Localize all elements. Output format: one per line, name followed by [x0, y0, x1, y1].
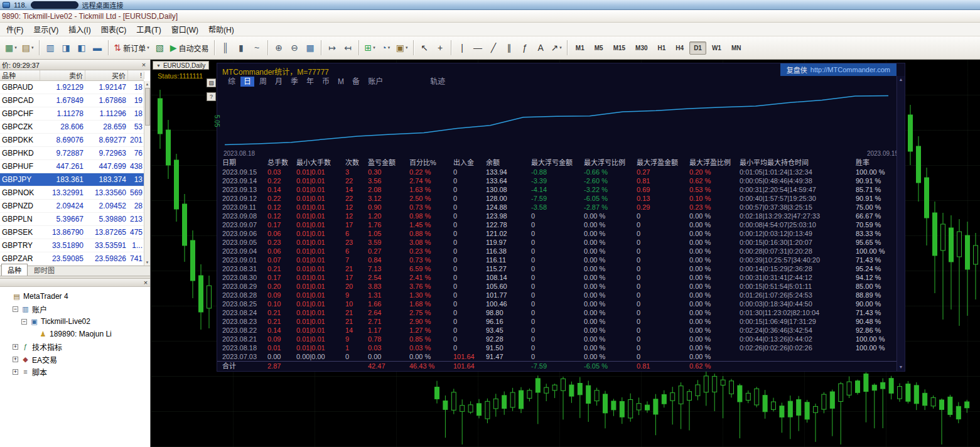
panel-scrollbar[interactable]: ▲ ▼ — [897, 76, 905, 371]
tree-collapse-icon[interactable]: − — [13, 306, 18, 312]
market-watch-close-icon[interactable]: × — [139, 61, 148, 68]
timeframe-m15-button[interactable]: M15 — [609, 41, 630, 55]
menu-item-5[interactable]: 窗口(W) — [166, 23, 203, 36]
zoom-out-button[interactable]: ⊖ — [287, 40, 303, 57]
panel-scroll-up-icon[interactable]: ▲ — [899, 76, 903, 83]
fibonacci-button[interactable]: ƒ — [517, 40, 533, 57]
horizontal-line-button[interactable]: — — [470, 40, 486, 57]
navigator-item[interactable]: ♟189890: Maojun Li — [0, 328, 150, 340]
timeframe-d1-button[interactable]: D1 — [689, 41, 706, 55]
navigator-item[interactable]: −▣Tickmill-Live02 — [0, 315, 150, 328]
tree-expand-icon[interactable]: + — [13, 357, 18, 362]
market-watch-row[interactable]: GBPNOK13.3299113.33560569 — [0, 186, 144, 200]
indicators-button[interactable]: ⊞▾ — [362, 40, 378, 57]
channel-button[interactable]: ∥ — [502, 40, 517, 57]
market-watch-column-2[interactable]: 买价 — [85, 70, 128, 80]
auto-scroll-button[interactable]: ↦ — [325, 40, 340, 57]
menu-item-2[interactable]: 插入(I) — [63, 23, 95, 36]
market-watch-column-0[interactable]: 品种 — [0, 70, 40, 80]
timeframe-mn-button[interactable]: MN — [727, 41, 746, 55]
tree-expand-icon[interactable]: + — [13, 344, 18, 350]
periods-button[interactable]: ◔▾ — [378, 40, 394, 57]
mtc-tab-4[interactable]: 季 — [288, 77, 301, 87]
mtc-tab-9[interactable]: 账户 — [365, 77, 386, 87]
terminal-toggle[interactable]: ▬ — [90, 40, 105, 57]
navigator-item[interactable]: +≡脚本 — [0, 365, 150, 378]
market-watch-tab-0[interactable]: 品种 — [1, 264, 28, 276]
market-watch-row[interactable]: GBPAUD1.921291.9214718 — [0, 81, 144, 94]
market-watch-row[interactable]: GBPDKK8.690768.69277201 — [0, 134, 144, 147]
auto-trading-button[interactable]: ▶自动交易 — [168, 40, 212, 57]
crosshair-button[interactable]: + — [433, 40, 448, 57]
market-watch-row[interactable]: GBPCHF1.112781.1129618 — [0, 107, 144, 121]
scroll-up-icon[interactable]: ▲ — [146, 81, 149, 87]
tile-windows-button[interactable]: ▦ — [303, 40, 318, 57]
data-window-toggle[interactable]: ◨ — [58, 40, 74, 57]
market-watch-row[interactable]: GBPJPY183.361183.37413 — [0, 173, 144, 186]
menu-item-0[interactable]: 件(F) — [1, 23, 28, 36]
mtc-tab-6[interactable]: 币 — [319, 77, 333, 87]
mtc-tab-10[interactable]: 轨迹 — [427, 77, 448, 87]
cursor-button[interactable]: ↖ — [417, 40, 433, 57]
menu-item-1[interactable]: 显示(V) — [28, 23, 63, 36]
timeframe-w1-button[interactable]: W1 — [708, 41, 726, 55]
navigator-item[interactable]: +ƒ技术指标 — [0, 340, 150, 353]
bar-chart-type-button[interactable]: ║ — [218, 40, 234, 57]
candlestick-type-button[interactable]: ▮ — [234, 40, 249, 57]
scroll-down-icon[interactable]: ▼ — [146, 259, 149, 266]
chart-area[interactable]: ▼ EURUSD,Daily Status:1111111 ▨ ? 5.05 M… — [151, 60, 980, 447]
market-watch-column-1[interactable]: 卖价 — [40, 70, 85, 80]
navigator-item[interactable]: −▥账户 — [0, 303, 150, 315]
arrows-button[interactable]: ↗▾ — [549, 40, 564, 57]
market-watch-column-3[interactable]: ! — [128, 72, 144, 79]
market-watch-scrollbar[interactable]: ▲ ▼ — [144, 81, 150, 266]
line-chart-type-button[interactable]: ~ — [249, 40, 265, 57]
profiles-button[interactable]: ▤▾ — [19, 40, 36, 57]
timeframe-h1-button[interactable]: H1 — [654, 41, 670, 55]
mtc-tab-3[interactable]: 月 — [272, 77, 286, 87]
tree-collapse-icon[interactable]: − — [21, 319, 27, 325]
help-button[interactable]: ? — [207, 92, 216, 101]
market-watch-row[interactable]: GBPSEK13.8679013.87265475 — [0, 226, 144, 239]
market-watch-row[interactable]: GBPPLN5.396675.39880213 — [0, 213, 144, 226]
new-chart-button[interactable]: ▦▾ — [3, 40, 19, 57]
market-watch-toggle[interactable]: ▥ — [43, 40, 58, 57]
chart-symbol-chip[interactable]: ▼ EURUSD,Daily — [153, 61, 209, 70]
text-button[interactable]: A — [533, 40, 549, 57]
mtc-tab-0[interactable]: 综 — [225, 77, 239, 87]
timeframe-h4-button[interactable]: H4 — [671, 41, 688, 55]
zoom-in-button[interactable]: ⊕ — [271, 40, 287, 57]
panel-toggle-button[interactable]: ▨ — [207, 78, 216, 87]
market-watch-row[interactable]: GBPHKD9.728879.7296376 — [0, 147, 144, 160]
market-watch-row[interactable]: GBPCZK28.60628.65953 — [0, 121, 144, 134]
vertical-line-button[interactable]: | — [455, 40, 470, 57]
mtc-tab-7[interactable]: M — [335, 77, 347, 87]
mtc-tab-8[interactable]: 备 — [349, 77, 363, 87]
mtc-tab-2[interactable]: 周 — [256, 77, 270, 87]
scroll-thumb[interactable] — [145, 88, 150, 126]
chart-window-button[interactable]: ▧ — [152, 40, 168, 57]
navigator-item[interactable]: ▤MetaTrader 4 — [0, 290, 150, 303]
trendline-button[interactable]: ╱ — [486, 40, 502, 57]
templates-button[interactable]: ▣▾ — [394, 40, 411, 57]
market-watch-row[interactable]: GBPTRY33.5189033.535911... — [0, 239, 144, 252]
panel-scroll-down-icon[interactable]: ▼ — [899, 364, 903, 371]
tree-expand-icon[interactable]: + — [13, 369, 18, 375]
market-watch-row[interactable]: GBPNZD2.094242.0945228 — [0, 200, 144, 213]
market-watch-row[interactable]: GBPCAD1.678491.6786819 — [0, 94, 144, 107]
timeframe-m1-button[interactable]: M1 — [571, 41, 589, 55]
mtcommander-brand[interactable]: 复盘侠 http://MTCommander.com — [780, 63, 897, 76]
mtc-tab-1[interactable]: 日 — [240, 77, 254, 87]
new-order-button[interactable]: ⇅新订单▾ — [112, 40, 152, 57]
menu-item-3[interactable]: 图表(C) — [96, 23, 132, 36]
timeframe-m30-button[interactable]: M30 — [631, 41, 652, 55]
menu-item-6[interactable]: 帮助(H) — [203, 23, 239, 36]
market-watch-tab-1[interactable]: 即时图 — [28, 264, 61, 276]
chart-shift-button[interactable]: ↤ — [340, 40, 356, 57]
menu-item-4[interactable]: 工具(T) — [131, 23, 166, 36]
navigator-toggle[interactable]: ◧ — [74, 40, 90, 57]
brand-url-link[interactable]: http://MTCommander.com — [810, 66, 890, 73]
market-watch-row[interactable]: GBPHUF447.261447.699438 — [0, 160, 144, 173]
mtc-tab-5[interactable]: 年 — [303, 77, 317, 87]
navigator-item[interactable]: +◆EA交易 — [0, 353, 150, 365]
